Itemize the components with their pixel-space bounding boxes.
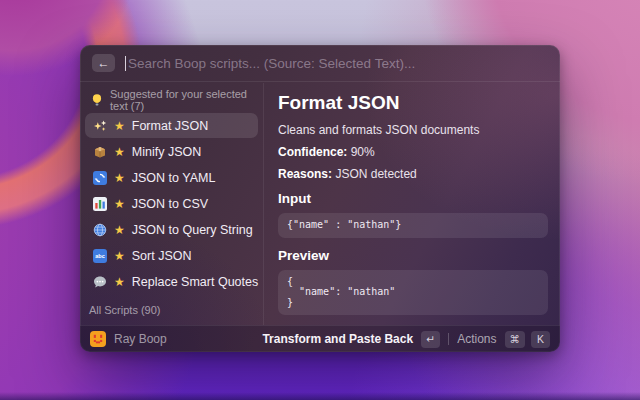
sidebar-item-label: JSON to YAML xyxy=(132,171,216,185)
sidebar-item-label: Replace Smart Quotes xyxy=(132,275,258,289)
confidence-row: Confidence: 90% xyxy=(278,145,548,159)
confidence-value: 90% xyxy=(351,145,375,159)
confidence-label: Confidence: xyxy=(278,145,347,159)
text-caret xyxy=(125,56,126,71)
sidebar-item-format-json[interactable]: ★ Format JSON xyxy=(85,113,258,138)
search-bar: ← xyxy=(80,45,560,82)
package-icon xyxy=(92,144,107,159)
content-area: Suggested for your selected text (7) ★ F… xyxy=(80,83,560,325)
sidebar-item-replace-smart-quotes[interactable]: ★ Replace Smart Quotes xyxy=(85,269,258,294)
sidebar-item-label: Format JSON xyxy=(132,119,208,133)
reasons-value: JSON detected xyxy=(335,167,416,181)
preview-heading: Preview xyxy=(278,248,548,263)
command-key-icon: ⌘ xyxy=(505,331,526,348)
preview-code-block: { "name": "nathan" } xyxy=(278,270,548,316)
k-key-icon: K xyxy=(531,331,550,348)
sparkles-icon xyxy=(92,118,107,133)
sidebar-item-label: JSON to CSV xyxy=(132,197,208,211)
sidebar-item-label: Minify JSON xyxy=(132,145,201,159)
script-list: Suggested for your selected text (7) ★ F… xyxy=(80,83,264,325)
bar-chart-icon xyxy=(92,196,107,211)
favorite-star-icon: ★ xyxy=(114,224,125,236)
section-header-label: Suggested for your selected text (7) xyxy=(110,88,254,112)
speech-balloon-icon xyxy=(92,274,107,289)
app-name: Ray Boop xyxy=(114,332,167,346)
favorite-star-icon: ★ xyxy=(114,198,125,210)
search-input[interactable] xyxy=(128,56,548,71)
input-code-block: {"name" : "nathan"} xyxy=(278,213,548,238)
sidebar-item-label: Sort JSON xyxy=(132,249,192,263)
reasons-label: Reasons: xyxy=(278,167,332,181)
back-button[interactable]: ← xyxy=(92,54,115,72)
section-header-label: All Scripts (90) xyxy=(89,304,161,316)
favorite-star-icon: ★ xyxy=(114,146,125,158)
actions-label: Actions xyxy=(457,332,496,346)
sidebar-item-label: JSON to Query String xyxy=(132,223,253,237)
raycast-boop-window: ← Suggested for your selected text (7) ★… xyxy=(80,45,560,352)
action-bar: Ray Boop Transform and Paste Back ↵ Acti… xyxy=(80,325,560,352)
actions-button[interactable]: Actions ⌘ K xyxy=(457,331,550,348)
footer-divider xyxy=(448,333,449,345)
arrows-cycle-icon xyxy=(92,170,107,185)
transform-and-paste-back-button[interactable]: Transform and Paste Back ↵ xyxy=(262,331,440,348)
favorite-star-icon: ★ xyxy=(114,276,125,288)
boop-app-icon xyxy=(90,331,106,347)
return-key-icon: ↵ xyxy=(421,331,440,348)
sidebar-item-json-to-yaml[interactable]: ★ JSON to YAML xyxy=(85,165,258,190)
input-heading: Input xyxy=(278,191,548,206)
section-header-suggested: Suggested for your selected text (7) xyxy=(85,90,258,110)
globe-icon xyxy=(92,222,107,237)
detail-panel: Format JSON Cleans and formats JSON docu… xyxy=(264,83,560,325)
favorite-star-icon: ★ xyxy=(114,120,125,132)
lightbulb-icon xyxy=(89,93,104,108)
primary-action-label: Transform and Paste Back xyxy=(262,332,413,346)
sidebar-item-minify-json[interactable]: ★ Minify JSON xyxy=(85,139,258,164)
detail-title: Format JSON xyxy=(278,92,548,114)
favorite-star-icon: ★ xyxy=(114,172,125,184)
abc-icon: abc xyxy=(92,248,107,263)
back-arrow-icon: ← xyxy=(98,57,110,69)
sidebar-item-json-to-query-string[interactable]: ★ JSON to Query String xyxy=(85,217,258,242)
sidebar-item-sort-json[interactable]: abc ★ Sort JSON xyxy=(85,243,258,268)
svg-text:abc: abc xyxy=(95,253,105,259)
detail-description: Cleans and formats JSON documents xyxy=(278,123,548,137)
section-header-all-scripts: All Scripts (90) xyxy=(85,300,258,320)
reasons-row: Reasons: JSON detected xyxy=(278,167,548,181)
sidebar-item-json-to-csv[interactable]: ★ JSON to CSV xyxy=(85,191,258,216)
favorite-star-icon: ★ xyxy=(114,250,125,262)
